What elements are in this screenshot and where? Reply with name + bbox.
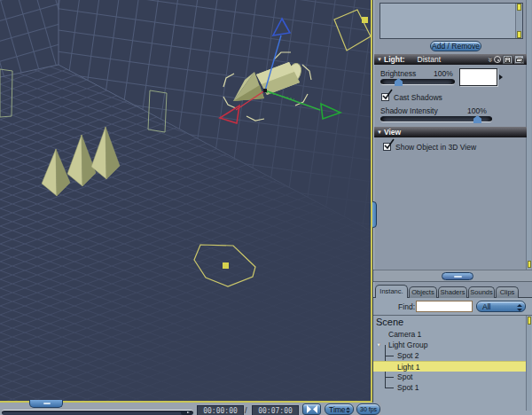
shadow-intensity-label: Shadow Intensity	[380, 106, 438, 115]
frame-rate-dropdown[interactable]: 30 fps	[356, 403, 380, 415]
add-remove-button[interactable]: Add / Remove	[430, 41, 481, 51]
shadow-intensity-slider[interactable]	[380, 116, 492, 122]
collapse-triangle-icon[interactable]: ▼	[377, 129, 382, 135]
find-label: Find:	[395, 302, 415, 311]
frame-rate-value: 30 fps	[360, 406, 377, 412]
browser-tab-bar: Instanc. Objects Shaders Sounds Clips	[373, 282, 532, 298]
show-object-label: Show Object in 3D View	[395, 143, 476, 152]
time-mode-dropdown[interactable]: Time	[325, 403, 354, 415]
tab-clips[interactable]: Clips	[496, 286, 519, 298]
viewport-collapse-handle[interactable]	[29, 400, 63, 408]
filter-value: All	[482, 302, 490, 311]
more-options-chevron-icon[interactable]: »	[486, 57, 494, 61]
light-color-swatch[interactable]	[459, 68, 497, 86]
tree-expand-triangle-icon[interactable]: ▼	[376, 340, 381, 350]
shadow-intensity-value: 100%	[467, 106, 487, 115]
tree-row-light-group[interactable]: ▼ Light Group	[373, 340, 526, 350]
cast-shadows-checkbox[interactable]	[381, 93, 389, 101]
viewport-selected-border	[371, 0, 372, 403]
tweener-icon	[307, 405, 317, 413]
time-separator: /	[245, 406, 247, 415]
wireframe-grid	[0, 0, 371, 401]
browser-content: Find: All Scene Camera 1	[373, 298, 532, 415]
tab-sounds[interactable]: Sounds	[468, 286, 495, 298]
modifier-list-scrollbar[interactable]	[515, 4, 522, 38]
scrubber-knob[interactable]	[181, 411, 192, 415]
splitter-handle[interactable]	[442, 272, 473, 280]
divider	[373, 315, 532, 316]
end-time-field[interactable]: 00:07:00	[252, 405, 299, 415]
application-window: Add / Remove ▼ Light: Distant »	[0, 0, 532, 415]
3d-viewport[interactable]	[0, 0, 371, 401]
find-input[interactable]	[416, 301, 473, 312]
tree-row-camera-1[interactable]: Camera 1	[373, 329, 526, 340]
view-section-header[interactable]: ▼ View	[374, 127, 527, 137]
tree-row-light-1[interactable]: Light 1	[373, 361, 526, 372]
view-section-title: View	[384, 127, 401, 137]
keyframe-ball-icon[interactable]	[494, 56, 501, 63]
tree-item-label[interactable]: Light Group	[388, 340, 427, 350]
tab-objects[interactable]: Objects	[409, 286, 437, 298]
3d-viewport-canvas[interactable]	[0, 0, 371, 401]
tab-instances[interactable]: Instanc.	[375, 285, 408, 298]
scrollbar-up-cap[interactable]	[517, 4, 521, 11]
scene-title[interactable]: Scene	[376, 317, 403, 327]
brightness-slider-thumb[interactable]	[395, 78, 403, 86]
brightness-slider[interactable]	[380, 79, 455, 85]
light-type-value[interactable]: Distant	[418, 54, 441, 65]
tree-item-label[interactable]: Spot	[397, 372, 413, 382]
scrollbar-thumb[interactable]	[528, 261, 531, 268]
tweener-button[interactable]	[302, 403, 321, 415]
brightness-value: 100%	[434, 69, 453, 78]
timeline-zoom-scrubber[interactable]	[2, 410, 193, 415]
tree-item-label[interactable]: Spot 1	[397, 382, 419, 393]
apply-preset-button[interactable]	[514, 55, 524, 64]
gizmo-center-handle[interactable]	[263, 89, 267, 92]
collapse-triangle-icon[interactable]: ▼	[377, 57, 382, 62]
printer-icon	[516, 57, 523, 63]
tree-item-label[interactable]: Camera 1	[388, 329, 421, 340]
panel-splitter[interactable]	[373, 270, 532, 282]
properties-panel: Add / Remove ▼ Light: Distant »	[372, 0, 532, 415]
tree-row-spot[interactable]: Spot	[373, 372, 526, 382]
time-mode-value: Time	[329, 405, 346, 414]
tree-row-spot-1[interactable]: Spot 1	[373, 382, 526, 393]
filter-dropdown[interactable]: All	[476, 301, 526, 312]
save-preset-button[interactable]	[503, 55, 512, 64]
light-section-title: Light:	[384, 54, 405, 65]
shadow-intensity-slider-thumb[interactable]	[473, 115, 481, 123]
tree-row-spot-2[interactable]: Spot 2	[373, 350, 526, 361]
scrollbar-thumb[interactable]	[528, 317, 531, 325]
tree-item-label[interactable]: Spot 2	[397, 350, 419, 361]
show-object-checkbox[interactable]	[383, 143, 391, 151]
light-section-header[interactable]: ▼ Light: Distant »	[374, 54, 527, 65]
cast-shadows-label: Cast Shadows	[394, 93, 442, 102]
chevron-updown-icon	[346, 407, 350, 413]
scrollbar-down-cap[interactable]	[517, 31, 521, 38]
chevron-updown-icon	[517, 304, 522, 311]
tab-shaders[interactable]: Shaders	[438, 286, 467, 298]
tree-scrollbar[interactable]	[526, 316, 531, 411]
current-time-field[interactable]: 00:00:00	[197, 405, 244, 415]
scene-browser: Instanc. Objects Shaders Sounds Clips Fi…	[373, 282, 532, 415]
color-swatch-arrow-icon[interactable]	[499, 74, 503, 80]
save-icon	[505, 57, 511, 63]
modifier-list-box[interactable]	[379, 3, 523, 39]
brightness-label: Brightness	[380, 69, 416, 78]
